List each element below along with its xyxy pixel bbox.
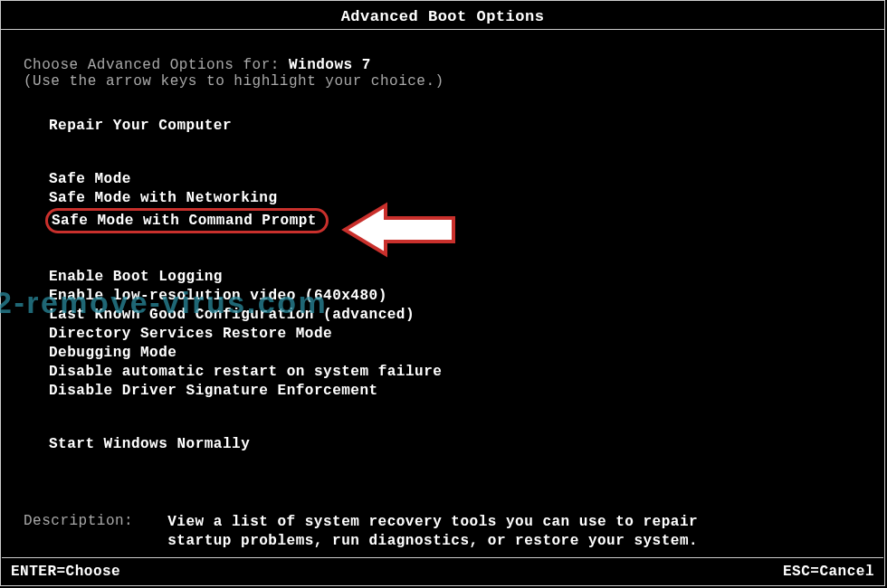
footer-bar: ENTER=Choose ESC=Cancel (2, 557, 883, 585)
main-content: Choose Advanced Options for: Windows 7 (… (1, 30, 884, 560)
menu-repair-label: Repair Your Computer (49, 118, 232, 134)
intro-line: Choose Advanced Options for: Windows 7 (24, 57, 862, 73)
footer-enter: ENTER=Choose (11, 564, 120, 580)
intro-hint: (Use the arrow keys to highlight your ch… (24, 73, 862, 90)
menu-low-res[interactable]: Enable low-resolution video (640x480) (49, 287, 862, 306)
menu-ds-restore-label: Directory Services Restore Mode (49, 326, 332, 342)
menu-safe-mode-net-label: Safe Mode with Networking (49, 190, 278, 206)
menu-debug[interactable]: Debugging Mode (49, 344, 862, 363)
menu-safe-mode-cmd-highlighted[interactable]: Safe Mode with Command Prompt (45, 208, 329, 233)
menu-safe-mode-cmd-label: Safe Mode with Command Prompt (52, 213, 317, 229)
menu-repair[interactable]: Repair Your Computer (49, 117, 862, 136)
menu-safe-mode[interactable]: Safe Mode (49, 170, 862, 189)
menu-debug-label: Debugging Mode (49, 345, 176, 361)
menu-boot-logging[interactable]: Enable Boot Logging (49, 268, 862, 287)
menu-low-res-label: Enable low-resolution video (640x480) (49, 288, 387, 304)
boot-screen: Advanced Boot Options Choose Advanced Op… (0, 0, 885, 586)
menu-no-drv-sig-label: Disable Driver Signature Enforcement (49, 383, 378, 399)
menu-no-drv-sig[interactable]: Disable Driver Signature Enforcement (49, 382, 862, 401)
menu-last-known[interactable]: Last Known Good Configuration (advanced) (49, 306, 862, 325)
menu-no-auto-restart[interactable]: Disable automatic restart on system fail… (49, 363, 862, 382)
menu-ds-restore[interactable]: Directory Services Restore Mode (49, 325, 862, 344)
menu-safe-mode-label: Safe Mode (49, 171, 131, 187)
menu-start-normally[interactable]: Start Windows Normally (49, 435, 862, 454)
menu-last-known-label: Last Known Good Configuration (advanced) (49, 307, 415, 323)
menu-start-normal-label: Start Windows Normally (49, 436, 250, 452)
menu-no-auto-restart-label: Disable automatic restart on system fail… (49, 364, 442, 380)
intro-os: Windows 7 (289, 57, 371, 73)
description-label: Description: (24, 513, 133, 551)
menu-boot-log-label: Enable Boot Logging (49, 269, 223, 285)
menu-safe-mode-networking[interactable]: Safe Mode with Networking (49, 189, 862, 208)
intro-prefix: Choose Advanced Options for: (24, 57, 289, 73)
description-text: View a list of system recovery tools you… (167, 513, 711, 551)
description-block: Description: View a list of system recov… (24, 513, 862, 551)
footer-esc: ESC=Cancel (783, 564, 874, 580)
page-title: Advanced Boot Options (1, 1, 884, 30)
